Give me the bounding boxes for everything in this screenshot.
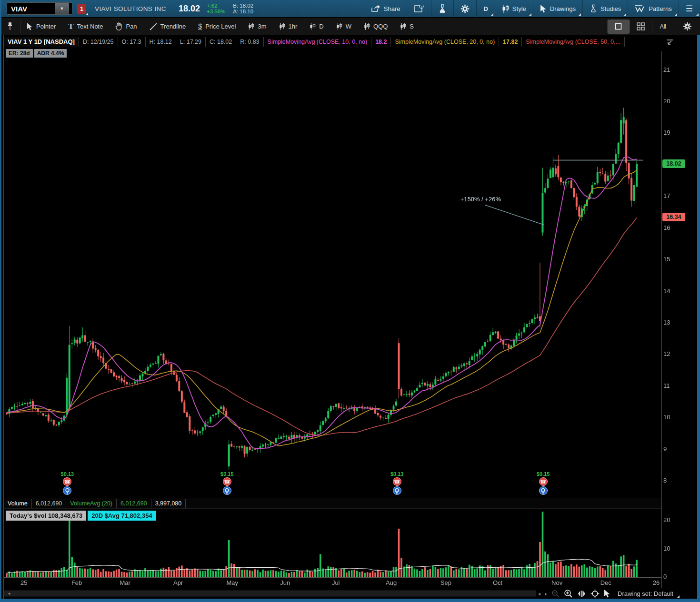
conference-icon[interactable] [63,486,71,495]
style-button[interactable]: Style [495,0,533,18]
hamburger-icon: ☰ [686,4,693,14]
chart-symbol-label: VIAV 1 Y 1D [NASDAQ] [4,37,79,47]
text-note-tool[interactable]: T Text Note [62,18,109,35]
earnings-call-icon[interactable]: ☎ [539,477,548,486]
pointer-mode-button[interactable] [604,590,610,598]
dollar-volume-badges: Today's $vol 108,348,673 20D $Avg 71,802… [6,511,156,521]
scroll-left-arrow[interactable]: ◄ [4,592,11,596]
ohlc-field: D: 12/19/25 [79,37,118,47]
timeframe-preset-1hr[interactable]: 1hr [273,18,304,35]
company-name: VIAVI SOLUTIONS INC [95,5,166,12]
dropdown-corner [624,13,626,16]
pin-toolbar-button[interactable] [0,22,20,31]
timeframe-preset-qqq[interactable]: QQQ [358,18,394,35]
pan-left-button[interactable]: ◂ [538,591,540,596]
conference-icon[interactable] [539,486,548,495]
trendline-tool[interactable]: Trendline [143,18,192,35]
sma-study-label: SimpleMovingAvg (CLOSE, 50, 0,... [522,37,624,47]
conference-icon[interactable] [223,486,231,495]
price-axis-label: 15 [663,256,670,263]
earnings-call-icon[interactable]: ☎ [63,477,71,486]
settings-button[interactable] [454,0,476,18]
earnings-marker[interactable]: $0.13☎ [388,471,407,495]
time-axis-label: Apr [173,579,183,586]
share-button[interactable]: Share [364,0,407,18]
symbol-input-box[interactable]: ▼ [7,2,72,15]
grid-icon [637,22,645,30]
price-axis-label: 12 [663,350,670,357]
zoom-in-button[interactable] [564,589,573,598]
ohlc-field: H: 18.12 [146,37,176,47]
grid-layout-button[interactable] [630,20,652,34]
alert-badge[interactable]: 1 [77,4,86,14]
pane-maximize-icon[interactable] [666,39,674,47]
timeframe-preset-3m[interactable]: 3m [242,18,272,35]
timeframe-preset-w[interactable]: W [330,18,358,35]
symbol-dropdown-button[interactable]: ▼ [55,3,69,14]
drawing-toolbar: Pointer T Text Note Pan Trendline $ Pric… [0,18,700,35]
candlestick-icon [336,23,342,30]
drawing-set-selector[interactable]: Drawing set: Default [615,590,680,598]
chart-bottom-bar: ◄ ◂ ▸ Drawing set: Default [0,589,700,599]
dropdown-corner [675,13,677,16]
time-axis-label: Jun [280,579,290,586]
volume-axis-label: 0 [663,573,667,580]
chart-settings-button[interactable] [674,20,700,34]
dropdown-corner [677,595,680,598]
drawings-button[interactable]: Drawings [533,0,582,18]
price-axis-label: 16 [663,224,670,231]
crosshair-button[interactable] [590,589,600,598]
earnings-call-icon[interactable]: ☎ [223,477,231,486]
avg-dollar-volume-badge: 20D $Avg 71,802,354 [88,511,156,521]
candlestick-icon [310,23,316,30]
earnings-call-icon[interactable]: ☎ [393,477,401,486]
time-axis[interactable]: 25FebMarAprMayJunJulAugSepOctNovDec26 [0,578,661,589]
analyze-button[interactable] [431,0,453,18]
gear-icon [460,4,470,13]
gain-annotation[interactable]: +150% / +26% [460,196,501,203]
ohlc-field: O: 17.3 [118,37,146,47]
timeframe-preset-s[interactable]: S [394,18,420,35]
pane-edge [3,35,4,599]
volume-value: 6,012,690 [32,499,67,508]
ohlc-field: C: 18.02 [206,37,236,47]
window-edge [0,0,1,602]
time-scrollbar[interactable]: ◄ [4,590,536,597]
zoom-out-button[interactable] [551,590,560,598]
hand-icon [115,22,122,30]
earnings-marker[interactable]: $0.15☎ [218,471,237,495]
earnings-marker[interactable]: $0.13☎ [58,471,77,495]
price-axis-label: 10 [663,414,670,421]
todays-dollar-volume-badge: Today's $vol 108,348,673 [6,511,86,521]
price-axis-label: 13 [663,319,670,326]
news-button[interactable]: i [407,0,431,18]
candlestick-icon [364,23,370,30]
horizontal-expand-button[interactable] [577,590,586,597]
candlestick-icon [400,23,406,30]
single-chart-layout-button[interactable] [608,20,630,34]
dropdown-corner [491,13,493,16]
volume-avg-value2: 3,997,080 [151,499,186,508]
pan-right-button[interactable]: ▸ [545,591,547,596]
time-axis-label: Aug [386,579,397,586]
adr-badge: ADR 4.4% [34,49,67,58]
conference-icon[interactable] [393,486,401,495]
last-price: 18.02 [179,4,200,14]
timeframe-button[interactable]: D [477,0,494,18]
menu-button[interactable]: ☰ [679,0,700,18]
price-axis-label: 19 [663,129,670,136]
patterns-button[interactable]: Patterns [628,0,678,18]
studies-button[interactable]: Studies [583,0,628,18]
price-level-tool[interactable]: $ Price Level [192,18,242,35]
candlestick-icon [248,23,254,30]
all-button[interactable]: All [652,23,674,30]
chart-info-badges: ER: 28d ADR 4.4% [6,49,67,58]
ohlc-field: R: 0.83 [236,37,263,47]
symbol-input[interactable] [7,5,55,13]
earnings-marker[interactable]: $0.15☎ [534,471,553,495]
timeframe-preset-d[interactable]: D [303,18,330,35]
pointer-tool[interactable]: Pointer [20,18,62,35]
pan-tool[interactable]: Pan [109,18,143,35]
time-axis-label: 25 [20,579,27,586]
price-axis-label: 21 [663,66,670,73]
